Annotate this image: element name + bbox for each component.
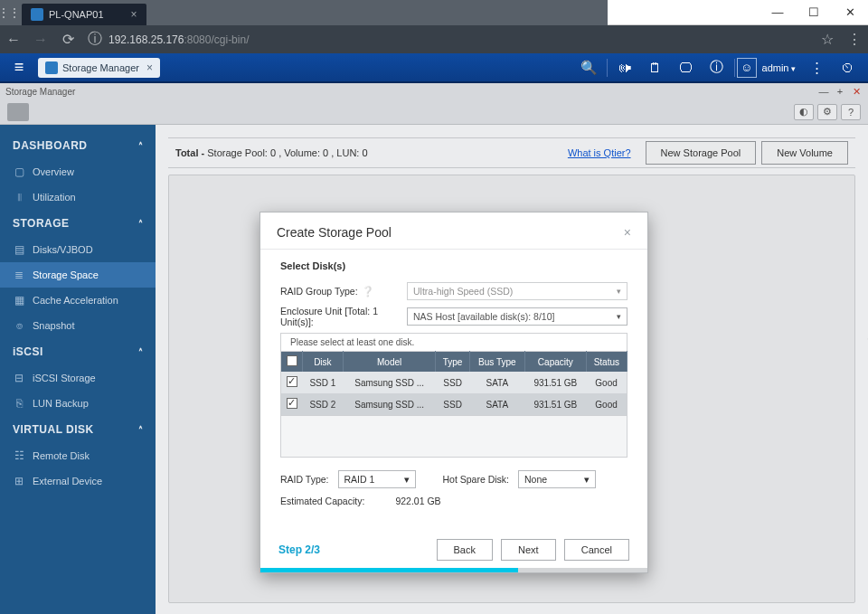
dialog-close-icon[interactable]: × bbox=[624, 225, 631, 240]
raid-type-label: RAID Type: bbox=[280, 474, 329, 485]
window-minimize-button[interactable] bbox=[760, 0, 796, 25]
tab-close-icon[interactable]: × bbox=[131, 8, 137, 21]
help-icon[interactable]: ❔ bbox=[362, 286, 374, 297]
user-menu[interactable]: admin bbox=[757, 62, 801, 73]
chevron-up-icon: ˄ bbox=[138, 347, 144, 357]
disk-table-header: Model bbox=[343, 352, 436, 373]
wizard-progress bbox=[260, 568, 647, 572]
disk-checkbox[interactable] bbox=[287, 398, 297, 409]
select-all-checkbox[interactable] bbox=[287, 355, 297, 366]
disk-status: Good bbox=[586, 372, 627, 393]
tasks-icon[interactable]: 🗒 bbox=[640, 60, 671, 75]
sidebar-item-icon: ≣ bbox=[13, 269, 25, 281]
sm-settings-button[interactable]: ⚙ bbox=[817, 104, 837, 120]
sidebar: DASHBOARD˄ ▢Overview⫴Utilization STORAGE… bbox=[0, 125, 156, 614]
disk-type: SSD bbox=[436, 372, 469, 393]
window-maximize-button[interactable] bbox=[796, 0, 832, 25]
next-button[interactable]: Next bbox=[501, 539, 556, 561]
search-icon[interactable]: 🔍 bbox=[574, 60, 605, 76]
sm-minimize-button[interactable]: — bbox=[817, 85, 830, 98]
summary-total-label: Total - bbox=[175, 147, 204, 158]
disk-table: DiskModelTypeBus TypeCapacityStatus SSD … bbox=[280, 351, 627, 416]
chevron-up-icon: ˄ bbox=[138, 219, 144, 229]
dashboard-gauge-icon[interactable]: ⏲ bbox=[832, 60, 863, 75]
hot-spare-select[interactable]: None▾ bbox=[518, 470, 596, 488]
site-info-icon[interactable]: ⓘ bbox=[81, 30, 108, 49]
bookmark-star-icon[interactable]: ☆ bbox=[814, 31, 841, 48]
browser-menu-icon[interactable]: ⋮ bbox=[841, 31, 868, 48]
chevron-down-icon: ▾ bbox=[404, 474, 410, 485]
chevron-up-icon: ˄ bbox=[138, 425, 144, 435]
sidebar-item-iscsi-storage[interactable]: ⊟iSCSI Storage bbox=[0, 365, 156, 391]
new-storage-pool-button[interactable]: New Storage Pool bbox=[646, 141, 757, 165]
sm-help-button[interactable]: ? bbox=[841, 104, 861, 120]
volume-icon[interactable]: 🕪 bbox=[609, 60, 640, 75]
raid-group-type-label: RAID Group Type:❔ bbox=[280, 286, 407, 298]
browser-back-button[interactable]: ← bbox=[0, 32, 27, 48]
sidebar-item-storage-space[interactable]: ≣Storage Space bbox=[0, 262, 156, 288]
sidebar-item-lun-backup[interactable]: ⎘LUN Backup bbox=[0, 391, 156, 416]
open-app-chip[interactable]: Storage Manager × bbox=[38, 58, 160, 78]
enclosure-unit-select[interactable]: NAS Host [available disk(s): 8/10]▾ bbox=[407, 307, 627, 326]
disk-name: SSD 2 bbox=[303, 393, 344, 416]
dialog-footer: Step 2/3 Back Next Cancel bbox=[260, 539, 647, 572]
disk-capacity: 931.51 GB bbox=[524, 372, 586, 393]
sm-overview-toggle[interactable] bbox=[7, 103, 29, 121]
back-button[interactable]: Back bbox=[437, 539, 493, 561]
cancel-button[interactable]: Cancel bbox=[564, 539, 629, 561]
storage-manager-titlebar: Storage Manager — + ✕ bbox=[0, 83, 868, 99]
url-path: :8080/cgi-bin/ bbox=[184, 33, 249, 46]
app-chip-close-icon[interactable]: × bbox=[146, 61, 153, 74]
sidebar-item-label: Disks/VJBOD bbox=[33, 244, 93, 255]
devices-icon[interactable]: 🖵 bbox=[671, 60, 702, 75]
info-icon[interactable]: ⓘ bbox=[702, 59, 732, 76]
sidebar-item-cache-acceleration[interactable]: ▦Cache Acceleration bbox=[0, 288, 156, 313]
browser-reload-button[interactable]: ⟳ bbox=[54, 31, 81, 48]
chevron-down-icon: ▾ bbox=[617, 312, 621, 321]
sidebar-section-virtual-disk[interactable]: VIRTUAL DISK˄ bbox=[0, 416, 156, 443]
sidebar-section-storage[interactable]: STORAGE˄ bbox=[0, 210, 156, 237]
disk-model: Samsung SSD ... bbox=[343, 372, 436, 393]
disk-capacity: 931.51 GB bbox=[524, 393, 586, 416]
storage-manager-toolbar: ◐ ⚙ ? bbox=[0, 99, 868, 125]
window-close-button[interactable] bbox=[832, 0, 868, 25]
new-volume-button[interactable]: New Volume bbox=[761, 141, 848, 165]
enclosure-unit-label: Enclosure Unit [Total: 1 Unit(s)]: bbox=[280, 306, 407, 327]
storage-manager-icon bbox=[45, 61, 58, 74]
url-host: 192.168.25.176 bbox=[108, 33, 184, 46]
more-icon[interactable]: ⋮ bbox=[801, 60, 832, 76]
sidebar-item-label: Snapshot bbox=[33, 320, 74, 331]
disk-model: Samsung SSD ... bbox=[343, 393, 436, 416]
wizard-progress-bar bbox=[260, 568, 518, 572]
sm-window-title: Storage Manager bbox=[5, 87, 75, 97]
browser-url-field[interactable]: 192.168.25.176:8080/cgi-bin/ bbox=[108, 33, 814, 46]
main-menu-button[interactable]: ≡ bbox=[5, 57, 33, 79]
select-disk-note: Please select at least one disk. bbox=[280, 333, 627, 351]
disk-row[interactable]: SSD 2Samsung SSD ...SSDSATA931.51 GBGood bbox=[281, 393, 627, 416]
sidebar-item-overview[interactable]: ▢Overview bbox=[0, 159, 156, 184]
sidebar-item-external-device[interactable]: ⊞External Device bbox=[0, 468, 156, 494]
hot-spare-label: Hot Spare Disk: bbox=[443, 474, 510, 485]
raid-group-type-select: Ultra-high Speed (SSD)▾ bbox=[407, 282, 627, 300]
sidebar-item-remote-disk[interactable]: ☷Remote Disk bbox=[0, 443, 156, 468]
sidebar-section-iscsi[interactable]: iSCSI˄ bbox=[0, 338, 156, 365]
raid-type-select[interactable]: RAID 1▾ bbox=[338, 470, 416, 488]
browser-tab[interactable]: PL-QNAP01 × bbox=[22, 4, 146, 25]
sm-maximize-button[interactable]: + bbox=[834, 85, 846, 98]
sidebar-item-utilization[interactable]: ⫴Utilization bbox=[0, 184, 156, 210]
browser-forward-button: → bbox=[27, 32, 54, 48]
sidebar-item-disks-vjbod[interactable]: ▤Disks/VJBOD bbox=[0, 237, 156, 262]
qtier-help-link[interactable]: What is Qtier? bbox=[568, 147, 631, 158]
disk-table-header: Bus Type bbox=[469, 352, 524, 373]
sidebar-item-snapshot[interactable]: ⌾Snapshot bbox=[0, 313, 156, 338]
sm-refresh-button[interactable]: ◐ bbox=[794, 104, 814, 120]
tab-stack-icon[interactable]: ⋮⋮ bbox=[0, 0, 18, 25]
section-label: VIRTUAL DISK bbox=[13, 423, 94, 436]
user-avatar-icon[interactable]: ☺ bbox=[737, 58, 757, 78]
disk-checkbox[interactable] bbox=[287, 376, 297, 387]
disk-row[interactable]: SSD 1Samsung SSD ...SSDSATA931.51 GBGood bbox=[281, 372, 627, 393]
sidebar-item-icon: ▤ bbox=[13, 243, 25, 256]
sm-close-button[interactable]: ✕ bbox=[850, 85, 863, 98]
disk-bus: SATA bbox=[469, 372, 524, 393]
sidebar-section-dashboard[interactable]: DASHBOARD˄ bbox=[0, 132, 156, 159]
